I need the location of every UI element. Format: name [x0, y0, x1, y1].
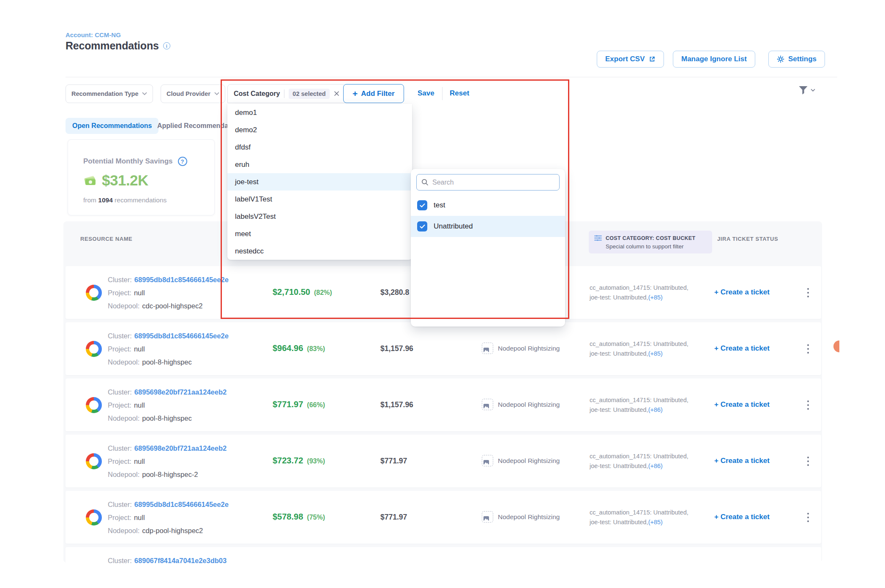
cost-category-option[interactable]: demo1: [227, 104, 412, 121]
cluster-label: Cluster:: [108, 276, 132, 284]
cost-category-option[interactable]: joe-test: [227, 173, 412, 191]
cost-category-option-label: labelsV2Test: [235, 212, 276, 221]
cluster-link[interactable]: 68995db8d1c854666145ee2e: [134, 276, 229, 284]
table-row[interactable]: Cluster: 68995db8d1c854666145ee2e Projec…: [66, 322, 821, 375]
cost-bucket-line2: joe-test: Unattributed,: [590, 294, 648, 301]
cluster-label: Cluster:: [108, 557, 132, 563]
row-menu-button[interactable]: [803, 342, 814, 356]
sliders-icon: [594, 234, 602, 242]
cost-bucket-cell: cc_automation_14715: Unattributed, joe-t…: [590, 339, 688, 359]
row-menu-button[interactable]: [803, 454, 814, 468]
checkbox-checked-icon[interactable]: [417, 200, 427, 210]
cost-bucket-more-link[interactable]: (+85): [648, 519, 663, 525]
table-row[interactable]: Cluster: 6895698e20bf721aa124eeb2 Projec…: [66, 435, 821, 487]
column-header-cost-category[interactable]: COST CATEGORY: COST BUCKET Special colum…: [589, 231, 712, 253]
table-row[interactable]: Cluster: 6895698e20bf721aa124eeb2 Projec…: [66, 378, 821, 431]
info-icon[interactable]: i: [163, 42, 170, 49]
savings-percent: (75%): [307, 514, 325, 521]
filter-panel-toggle[interactable]: [798, 85, 815, 95]
settings-button[interactable]: Settings: [768, 51, 825, 68]
create-ticket-button[interactable]: + Create a ticket: [714, 288, 770, 297]
gcp-provider-icon: [86, 509, 102, 525]
cost-bucket-cell: cc_automation_14715: Unattributed, joe-t…: [590, 395, 688, 415]
cost-category-option[interactable]: meet: [227, 225, 412, 242]
table-row[interactable]: Cluster: 68995db8d1c854666145ee2e Projec…: [66, 491, 821, 544]
project-value: null: [134, 345, 145, 353]
clear-filter-icon[interactable]: [334, 91, 339, 96]
save-filter-link[interactable]: Save: [418, 89, 434, 98]
add-filter-button[interactable]: + Add Filter: [343, 84, 404, 103]
row-menu-button[interactable]: [803, 398, 814, 412]
nodepool-label: Nodepool:: [108, 414, 139, 422]
row-menu-button[interactable]: [803, 510, 814, 525]
page-title: Recommendations: [66, 40, 159, 52]
cluster-link[interactable]: 68995db8d1c854666145ee2e: [134, 332, 229, 340]
savings-card-title: Potential Monthly Savings: [83, 157, 173, 166]
resource-name-cell: Cluster: 68995db8d1c854666145ee2e Projec…: [108, 329, 229, 369]
cost-category-option[interactable]: eruh: [227, 156, 412, 173]
resource-name-cell: Cluster: 6895698e20bf721aa124eeb2 Projec…: [108, 442, 227, 481]
manage-ignore-list-button[interactable]: Manage Ignore List: [673, 51, 755, 68]
cost-bucket-line1: cc_automation_14715: Unattributed,: [590, 397, 688, 403]
cluster-link[interactable]: 68995db8d1c854666145ee2e: [134, 501, 229, 509]
savings-value: $2,710.50: [273, 287, 310, 297]
cost-category-filter-chip[interactable]: Cost Category 02 selected: [227, 84, 346, 103]
cost-bucket-more-link[interactable]: (+85): [648, 350, 663, 357]
cost-category-option[interactable]: nestedcc: [227, 242, 412, 260]
row-menu-button[interactable]: [803, 286, 814, 300]
help-icon[interactable]: ?: [178, 157, 187, 166]
recommendation-count: 1094: [98, 196, 112, 204]
cost-category-option-label: nestedcc: [235, 247, 264, 256]
export-csv-label: Export CSV: [605, 55, 645, 63]
table-row[interactable]: Cluster: 689067f8414a7041e2e3db03: [66, 547, 821, 563]
cloud-provider-filter[interactable]: Cloud Provider: [161, 84, 225, 103]
cluster-link[interactable]: 6895698e20bf721aa124eeb2: [134, 444, 227, 452]
nodepool-rightsizing-icon: [482, 511, 493, 523]
cluster-link[interactable]: 689067f8414a7041e2e3db03: [134, 557, 227, 563]
resource-name-cell: Cluster: 6895698e20bf721aa124eeb2 Projec…: [108, 386, 227, 425]
cost-category-option[interactable]: demo2: [227, 121, 412, 139]
create-ticket-button[interactable]: + Create a ticket: [714, 400, 770, 409]
reset-filter-link[interactable]: Reset: [450, 89, 469, 98]
tab-open-recommendations[interactable]: Open Recommendations: [66, 118, 158, 134]
export-csv-button[interactable]: Export CSV: [597, 51, 664, 68]
save-reset-divider: [442, 87, 442, 100]
cost-bucket-more-link[interactable]: (+86): [648, 463, 663, 469]
project-value: null: [134, 289, 145, 297]
recommendation-type-cell: Nodepool Rightsizing: [482, 455, 560, 466]
create-ticket-button[interactable]: + Create a ticket: [714, 513, 770, 521]
funnel-icon: [798, 85, 809, 95]
cost-category-option-label: labelV1Test: [235, 195, 272, 204]
create-ticket-button[interactable]: + Create a ticket: [714, 457, 770, 465]
checkbox-checked-icon[interactable]: [417, 221, 427, 231]
bucket-search[interactable]: [416, 174, 560, 191]
savings-percent: (93%): [307, 457, 325, 465]
cost-category-option-label: joe-test: [235, 178, 259, 186]
cost-bucket-more-link[interactable]: (+85): [648, 294, 663, 301]
resource-name-cell: Cluster: 68995db8d1c854666145ee2e Projec…: [108, 498, 229, 537]
create-ticket-button[interactable]: + Create a ticket: [714, 344, 770, 353]
gcp-provider-icon: [86, 285, 102, 301]
project-value: null: [134, 401, 145, 409]
cost-category-header-title: COST CATEGORY: COST BUCKET: [606, 235, 695, 241]
gcp-provider-icon: [86, 341, 102, 357]
account-breadcrumb[interactable]: Account: CCM-NG: [66, 31, 121, 38]
potential-spend-cell: $3,280.8: [380, 288, 409, 297]
cost-category-option[interactable]: dfdsf: [227, 139, 412, 156]
potential-spend-cell: $1,157.96: [380, 344, 413, 353]
chip-separator: [284, 90, 284, 98]
cost-bucket-dropdown: test Unattributed: [411, 169, 565, 327]
cluster-link[interactable]: 6895698e20bf721aa124eeb2: [134, 388, 227, 396]
gcp-provider-icon: [86, 453, 102, 469]
cost-bucket-more-link[interactable]: (+86): [648, 406, 663, 413]
cost-bucket-option[interactable]: Unattributed: [411, 216, 565, 237]
potential-spend-cell: $771.97: [380, 513, 407, 522]
cost-category-option-label: demo2: [235, 126, 257, 134]
header-divider: [66, 77, 837, 77]
cost-category-header-subtitle: Special column to support filter: [606, 243, 707, 250]
recommendation-type-filter[interactable]: Recommendation Type: [66, 84, 153, 103]
cost-category-option[interactable]: labelsV2Test: [227, 208, 412, 225]
bucket-search-input[interactable]: [432, 179, 554, 186]
cost-bucket-option[interactable]: test: [411, 195, 565, 216]
cost-category-option[interactable]: labelV1Test: [227, 191, 412, 208]
